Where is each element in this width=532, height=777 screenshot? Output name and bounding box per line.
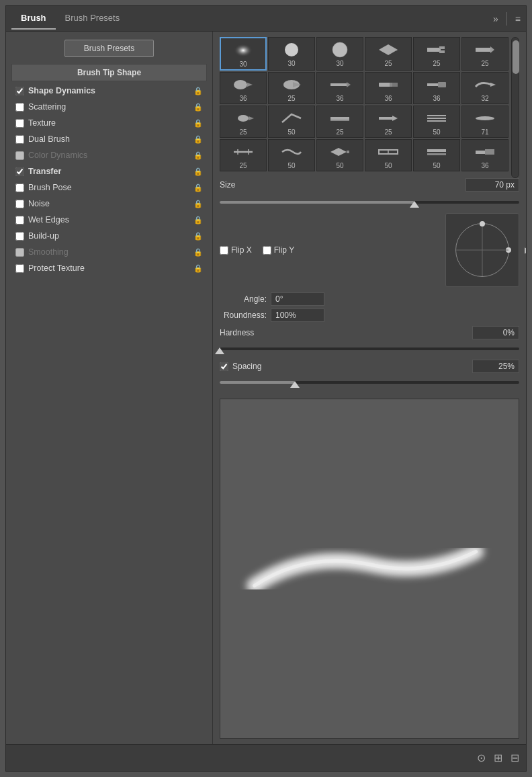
brush-svg-17: [473, 110, 497, 126]
main-content: 30 30: [213, 32, 526, 744]
brush-presets-button[interactable]: Brush Presets: [64, 40, 154, 57]
label-texture: Texture: [28, 118, 189, 128]
checkbox-wet-edges[interactable]: [15, 216, 24, 224]
roundness-input[interactable]: [271, 309, 324, 322]
brush-cell-12[interactable]: 25: [220, 106, 267, 138]
size-value[interactable]: [466, 178, 519, 192]
brush-num-9: 36: [384, 95, 392, 102]
hardness-label: Hardness: [220, 328, 472, 337]
angle-widget[interactable]: ▶: [445, 213, 519, 287]
checkbox-shape-dynamics[interactable]: [15, 87, 24, 95]
brush-num-23: 36: [481, 163, 488, 169]
grid-icon[interactable]: ⊞: [494, 751, 502, 764]
brush-cell-4[interactable]: 25: [413, 37, 460, 71]
checkbox-texture[interactable]: [15, 119, 24, 128]
brush-cell-18[interactable]: 25: [220, 139, 267, 171]
tab-brush[interactable]: Brush: [11, 7, 56, 30]
brush-icon-22: [425, 142, 449, 161]
size-slider[interactable]: [220, 196, 519, 209]
brush-cell-7[interactable]: 25: [268, 72, 315, 104]
option-brush-pose[interactable]: Brush Pose 🔒: [11, 179, 207, 196]
checkbox-brush-pose[interactable]: [15, 183, 24, 192]
option-smoothing[interactable]: Smoothing 🔒: [11, 244, 207, 260]
option-build-up[interactable]: Build-up 🔒: [11, 228, 207, 244]
checkbox-color-dynamics[interactable]: [15, 151, 24, 160]
spacing-slider[interactable]: [220, 376, 519, 389]
label-build-up: Build-up: [28, 231, 189, 241]
hardness-value[interactable]: [472, 326, 519, 339]
brush-icon-4: [425, 40, 449, 59]
option-protect-texture[interactable]: Protect Texture 🔒: [11, 260, 207, 276]
flip-x-checkbox[interactable]: [220, 246, 228, 255]
tab-brush-presets[interactable]: Brush Presets: [56, 7, 130, 30]
option-texture[interactable]: Texture 🔒: [11, 115, 207, 131]
brush-icon-16: [425, 109, 449, 128]
brush-cell-16[interactable]: 50: [413, 106, 460, 138]
option-noise[interactable]: Noise 🔒: [11, 196, 207, 212]
brush-cell-0[interactable]: 30: [220, 37, 267, 71]
spacing-slider-thumb[interactable]: [290, 381, 300, 388]
new-icon[interactable]: ⊟: [511, 751, 519, 764]
brush-icon-6: [231, 75, 255, 94]
flip-y-checkbox[interactable]: [263, 246, 271, 255]
option-shape-dynamics[interactable]: Shape Dynamics 🔒: [11, 83, 207, 99]
brush-icon-0: [231, 41, 255, 60]
spacing-checkbox[interactable]: [220, 362, 228, 371]
brush-cell-8[interactable]: 36: [316, 72, 363, 104]
brush-cell-11[interactable]: 32: [461, 72, 508, 104]
brush-cell-5[interactable]: 25: [461, 37, 508, 71]
menu-icon[interactable]: ≡: [515, 13, 521, 24]
brush-cell-19[interactable]: 50: [268, 139, 315, 171]
svg-rect-6: [439, 46, 445, 49]
brush-svg-21: [376, 144, 400, 160]
brush-cell-14[interactable]: 25: [316, 106, 363, 138]
brush-svg-8: [328, 77, 352, 93]
checkbox-build-up[interactable]: [15, 232, 24, 241]
expand-icon[interactable]: »: [493, 13, 498, 24]
brush-cell-2[interactable]: 30: [316, 37, 363, 71]
brush-num-19: 50: [287, 163, 295, 169]
panel-header: Brush Brush Presets » ≡: [6, 6, 526, 32]
checkbox-scattering[interactable]: [15, 103, 24, 112]
checkbox-dual-brush[interactable]: [15, 135, 24, 144]
lock-dual-brush: 🔒: [193, 135, 203, 144]
flip-y-item[interactable]: Flip Y: [263, 245, 294, 255]
brush-cell-13[interactable]: 50: [268, 106, 315, 138]
grid-scrollbar[interactable]: [511, 37, 519, 178]
brush-cell-3[interactable]: 25: [365, 37, 412, 71]
brush-cell-6[interactable]: 36: [220, 72, 267, 104]
brush-icon-1: [279, 40, 304, 59]
hardness-slider-thumb[interactable]: [215, 347, 224, 354]
brush-cell-23[interactable]: 36: [461, 139, 508, 171]
option-transfer[interactable]: Transfer 🔒: [11, 163, 207, 179]
option-dual-brush[interactable]: Dual Brush 🔒: [11, 131, 207, 147]
checkbox-noise[interactable]: [15, 200, 24, 208]
checkbox-transfer[interactable]: [15, 167, 24, 176]
brush-cell-9[interactable]: 36: [365, 72, 412, 104]
option-color-dynamics[interactable]: Color Dynamics 🔒: [11, 147, 207, 163]
lock-noise: 🔒: [193, 200, 203, 208]
brush-cell-20[interactable]: 50: [316, 139, 363, 171]
hardness-slider[interactable]: [220, 342, 519, 356]
option-scattering[interactable]: Scattering 🔒: [11, 99, 207, 115]
svg-point-22: [238, 115, 249, 122]
sidebar: Brush Presets Brush Tip Shape Shape Dyna…: [6, 32, 213, 744]
brush-svg-5: [473, 42, 497, 58]
brush-cell-21[interactable]: 50: [365, 139, 412, 171]
brush-cell-1[interactable]: 30: [268, 37, 315, 71]
brush-svg-0: [231, 42, 255, 58]
size-slider-thumb[interactable]: [410, 201, 419, 208]
brush-cell-15[interactable]: 25: [365, 106, 412, 138]
checkbox-protect-texture[interactable]: [15, 264, 24, 273]
brush-cell-10[interactable]: 36: [413, 72, 460, 104]
eye-icon[interactable]: ⊙: [477, 751, 486, 764]
option-wet-edges[interactable]: Wet Edges 🔒: [11, 212, 207, 228]
angle-input[interactable]: [271, 292, 324, 306]
brush-cell-22[interactable]: 50: [413, 139, 460, 171]
checkbox-smoothing[interactable]: [15, 248, 24, 257]
flip-x-item[interactable]: Flip X: [220, 245, 252, 255]
lock-shape-dynamics: 🔒: [193, 87, 203, 95]
brush-cell-17[interactable]: 71: [461, 106, 508, 138]
spacing-value[interactable]: [472, 360, 519, 373]
grid-container: 30 30: [220, 37, 519, 178]
